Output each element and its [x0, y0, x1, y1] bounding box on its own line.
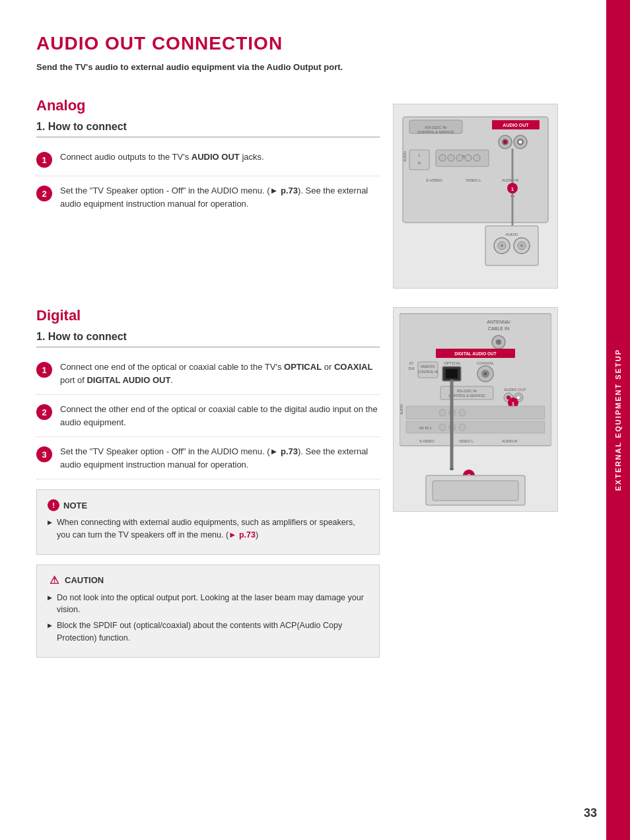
- svg-text:DIGITAL AUDIO OUT: DIGITAL AUDIO OUT: [454, 351, 496, 356]
- digital-sub-heading: 1. How to connect: [36, 331, 380, 347]
- sidebar-label: EXTERNAL EQUIPMENT SETUP: [614, 349, 622, 491]
- analog-device-image: RS-232C IN (CONTROL & SERVICE) AUDIO OUT: [393, 104, 558, 289]
- svg-rect-68: [406, 406, 545, 419]
- svg-text:AUDIO OUT: AUDIO OUT: [503, 123, 529, 127]
- svg-text:OPTICAL: OPTICAL: [444, 361, 461, 365]
- svg-point-77: [439, 424, 446, 431]
- digital-step-1: 1 Connect one end of the optical or coax…: [36, 353, 380, 395]
- digital-step-2-number: 2: [36, 404, 52, 420]
- svg-text:CABLE IN: CABLE IN: [488, 326, 509, 331]
- analog-left: Analog 1. How to connect 1 Connect audio…: [36, 90, 380, 289]
- svg-text:VIDEO L: VIDEO L: [466, 178, 481, 182]
- svg-point-20: [456, 155, 463, 161]
- analog-step-2-number: 2: [36, 186, 52, 201]
- svg-text:RS-232C IN: RS-232C IN: [457, 389, 477, 393]
- svg-text:1: 1: [511, 186, 514, 192]
- svg-point-72: [439, 409, 446, 416]
- note-ref: ► p.73: [228, 530, 256, 540]
- caution-label: CAUTION: [65, 575, 104, 585]
- analog-step-1-number: 1: [36, 152, 52, 168]
- svg-text:AUDIO: AUDIO: [400, 404, 403, 415]
- digital-step-2-text: Connect the other end of the optical or …: [60, 403, 380, 429]
- digital-sections-wrapper: Digital 1. How to connect 1 Connect one …: [36, 300, 555, 664]
- svg-text:(CONTROL & SERVICE): (CONTROL & SERVICE): [448, 394, 485, 398]
- svg-point-37: [520, 244, 523, 247]
- page-subtitle: Send the TV's audio to external audio eq…: [36, 62, 555, 72]
- page-title: AUDIO OUT CONNECTION: [36, 33, 555, 54]
- digital-section: Digital 1. How to connect 1 Connect one …: [36, 300, 555, 664]
- svg-rect-88: [433, 481, 518, 501]
- main-content: AUDIO OUT CONNECTION Send the TV's audio…: [0, 0, 581, 840]
- svg-text:VIDEO L: VIDEO L: [459, 439, 473, 443]
- svg-point-43: [496, 339, 501, 345]
- caution-item-2: Block the SPDIF out (optical/coaxial) ab…: [48, 619, 368, 645]
- analog-heading: Analog: [36, 97, 380, 114]
- page-number: 33: [584, 806, 597, 820]
- sidebar: EXTERNAL EQUIPMENT SETUP: [606, 0, 630, 840]
- analog-step-1-text: Connect audio outputs to the TV's AUDIO …: [60, 151, 264, 164]
- digital-image-section: ANTENNA/ CABLE IN DIGITAL AUDIO OUT OPTI…: [380, 300, 558, 664]
- analog-panel-svg: RS-232C IN (CONTROL & SERVICE) AUDIO OUT: [400, 110, 551, 282]
- digital-left: Digital 1. How to connect 1 Connect one …: [36, 300, 380, 664]
- caution-title: ⚠ CAUTION: [48, 575, 368, 586]
- svg-text:AUDIO: AUDIO: [403, 151, 407, 162]
- caution-box: ⚠ CAUTION Do not look into the optical o…: [36, 565, 380, 658]
- svg-point-65: [516, 396, 520, 400]
- svg-text:AUDIO-R: AUDIO-R: [502, 439, 517, 443]
- svg-rect-58: [440, 386, 493, 400]
- analog-step-1: 1 Connect audio outputs to the TV's AUDI…: [36, 143, 380, 176]
- analog-step-2: 2 Set the "TV Speaker option - Off" in t…: [36, 176, 380, 218]
- svg-text:AUDIO OUT: AUDIO OUT: [504, 388, 526, 392]
- note-icon: !: [48, 499, 59, 511]
- svg-point-34: [501, 244, 503, 247]
- svg-text:RS-232C IN: RS-232C IN: [425, 125, 446, 129]
- svg-rect-31: [485, 226, 538, 265]
- analog-step-2-text: Set the "TV Speaker option - Off" in the…: [60, 184, 380, 210]
- note-label: NOTE: [63, 501, 87, 510]
- svg-text:(CONTROL & SERVICE): (CONTROL & SERVICE): [417, 130, 454, 134]
- svg-point-11: [518, 140, 522, 144]
- svg-text:AUDIO-R: AUDIO-R: [502, 178, 519, 182]
- svg-text:REMOTE: REMOTE: [421, 365, 435, 368]
- note-box: ! NOTE When connecting with external aud…: [36, 489, 380, 555]
- svg-point-19: [448, 155, 454, 161]
- digital-panel-svg: ANTENNA/ CABLE IN DIGITAL AUDIO OUT OPTI…: [400, 310, 551, 508]
- digital-step-1-text: Connect one end of the optical or coaxia…: [60, 361, 380, 386]
- digital-step-3-number: 3: [36, 446, 52, 462]
- note-item-1: When connecting with external audio equi…: [48, 516, 368, 542]
- svg-text:R: R: [418, 161, 421, 165]
- svg-text:S-VIDEO: S-VIDEO: [426, 178, 442, 182]
- svg-point-52: [484, 372, 487, 375]
- caution-icon: ⚠: [48, 575, 61, 586]
- digital-heading: Digital: [36, 307, 380, 324]
- svg-rect-49: [446, 369, 458, 378]
- svg-point-18: [439, 155, 446, 161]
- svg-point-79: [459, 424, 466, 431]
- svg-text:S-VIDEO: S-VIDEO: [419, 439, 435, 443]
- svg-text:COAXIAL: COAXIAL: [477, 361, 495, 365]
- note-title: ! NOTE: [48, 499, 368, 511]
- svg-text:IO: IO: [409, 361, 414, 365]
- page-container: AUDIO OUT CONNECTION Send the TV's audio…: [0, 0, 630, 840]
- analog-sub-heading: 1. How to connect: [36, 121, 380, 137]
- caution-item-1: Do not look into the optical output port…: [48, 592, 368, 617]
- svg-text:CONTROL IN: CONTROL IN: [418, 370, 438, 374]
- svg-text:1: 1: [512, 401, 515, 407]
- svg-point-10: [503, 140, 507, 144]
- svg-point-21: [465, 155, 472, 161]
- analog-section: Analog 1. How to connect 1 Connect audio…: [36, 90, 555, 289]
- digital-device-image: ANTENNA/ CABLE IN DIGITAL AUDIO OUT OPTI…: [393, 307, 558, 512]
- digital-step-1-number: 1: [36, 362, 52, 378]
- svg-text:AUDIO: AUDIO: [505, 232, 518, 236]
- svg-text:DVI: DVI: [408, 367, 415, 370]
- analog-image-section: RS-232C IN (CONTROL & SERVICE) AUDIO OUT: [380, 90, 558, 289]
- digital-step-3-text: Set the "TV Speaker option - Off" in the…: [60, 445, 380, 471]
- digital-step-3: 3 Set the "TV Speaker option - Off" in t…: [36, 437, 380, 479]
- svg-point-22: [473, 155, 480, 161]
- svg-text:ANTENNA/: ANTENNA/: [487, 320, 510, 324]
- svg-point-74: [459, 409, 466, 416]
- svg-text:AV IN 1: AV IN 1: [419, 426, 432, 430]
- digital-step-2: 2 Connect the other end of the optical o…: [36, 395, 380, 437]
- svg-text:L: L: [418, 153, 420, 157]
